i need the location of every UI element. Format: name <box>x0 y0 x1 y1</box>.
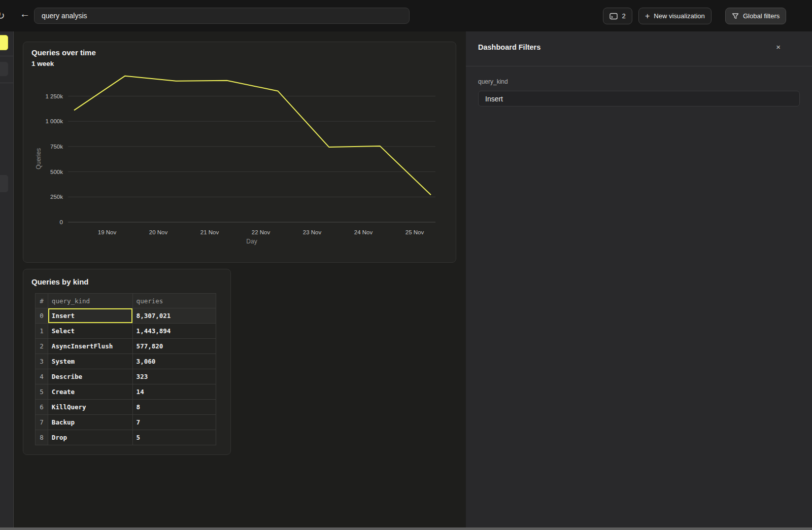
query-kind-cell[interactable]: Drop <box>48 430 132 445</box>
queries-value-cell[interactable]: 8,307,021 <box>132 308 216 324</box>
filter-field-label: query_kind <box>478 78 508 85</box>
chart-subtitle: 1 week <box>31 60 54 67</box>
chart-title: Queries over time <box>31 48 96 57</box>
new-visualization-button[interactable]: + New visualization <box>638 8 712 24</box>
x-tick-label: 23 Nov <box>303 229 322 235</box>
query-kind-cell[interactable]: Create <box>48 384 132 400</box>
queries-value-cell[interactable]: 7 <box>132 415 216 430</box>
table-row[interactable]: 5Create14 <box>36 384 216 400</box>
x-tick-label: 21 Nov <box>200 229 219 235</box>
row-index-cell: 6 <box>36 400 48 415</box>
y-tick-label: 0 <box>60 219 63 225</box>
x-tick-label: 20 Nov <box>149 229 168 235</box>
sidebar-divider <box>0 56 14 56</box>
queries-by-kind-table: #query_kindqueries 0Insert8,307,0211Sele… <box>35 293 216 445</box>
row-index-cell: 8 <box>36 430 48 445</box>
query-tabs-button[interactable]: 2 <box>603 8 632 24</box>
tab-count-label: 2 <box>622 12 625 20</box>
plus-icon: + <box>645 12 650 20</box>
x-tick-label: 19 Nov <box>98 229 117 235</box>
table-row[interactable]: 3System3,060 <box>36 354 216 369</box>
dashboards-sidebar <box>0 31 14 530</box>
bottom-window-edge <box>0 527 812 530</box>
row-index-cell: 5 <box>36 384 48 400</box>
queries-over-time-chart[interactable]: 0250k500k750k1 000k1 250k19 Nov20 Nov21 … <box>23 42 457 263</box>
y-axis-title: Queries <box>35 148 42 169</box>
queries-value-cell[interactable]: 8 <box>132 400 216 415</box>
row-index-cell: 4 <box>36 369 48 384</box>
dashboard-filters-panel: Dashboard Filters × query_kind <box>466 31 812 530</box>
y-tick-label: 250k <box>50 194 63 200</box>
table-header-row: #query_kindqueries <box>36 294 216 308</box>
chart-line[interactable] <box>74 76 431 195</box>
row-index-cell: 7 <box>36 415 48 430</box>
close-icon[interactable]: × <box>776 43 781 51</box>
table-row[interactable]: 4Describe323 <box>36 369 216 384</box>
table-row[interactable]: 6KillQuery8 <box>36 400 216 415</box>
y-tick-label: 1 250k <box>45 93 63 99</box>
sidebar-item[interactable] <box>0 62 8 76</box>
table-row[interactable]: 1Select1,443,894 <box>36 324 216 339</box>
row-index-cell: 0 <box>36 308 48 324</box>
dashboard-title-input[interactable] <box>34 8 410 24</box>
y-tick-label: 750k <box>50 144 63 150</box>
table-row[interactable]: 7Backup7 <box>36 415 216 430</box>
back-arrow-icon[interactable]: ← <box>20 8 30 20</box>
column-header[interactable]: query_kind <box>48 294 132 308</box>
query-kind-cell[interactable]: Select <box>48 324 132 339</box>
row-index-cell: 1 <box>36 324 48 339</box>
column-header[interactable]: # <box>36 294 48 308</box>
queries-value-cell[interactable]: 14 <box>132 384 216 400</box>
sidebar-item[interactable] <box>0 175 8 192</box>
queries-value-cell[interactable]: 577,820 <box>132 339 216 354</box>
y-tick-label: 500k <box>50 169 63 175</box>
top-bar: ↻ ← 2 + New visualization Global filters <box>0 0 812 31</box>
y-tick-label: 1 000k <box>45 118 63 124</box>
query-kind-cell[interactable]: Insert <box>48 308 132 324</box>
filter-funnel-icon <box>732 13 739 20</box>
panel-divider <box>466 66 812 66</box>
sidebar-divider <box>0 83 14 83</box>
table-row[interactable]: 0Insert8,307,021 <box>36 308 216 324</box>
new-visualization-label: New visualization <box>654 12 704 20</box>
x-tick-label: 24 Nov <box>354 229 373 235</box>
history-icon[interactable]: ↻ <box>0 10 5 22</box>
dashboard-canvas: 0250k500k750k1 000k1 250k19 Nov20 Nov21 … <box>14 31 466 530</box>
global-filters-label: Global filters <box>743 12 780 20</box>
panel-title: Dashboard Filters <box>478 43 540 51</box>
column-header[interactable]: queries <box>132 294 216 308</box>
table-title: Queries by kind <box>31 277 89 286</box>
query-kind-cell[interactable]: Backup <box>48 415 132 430</box>
query-kind-cell[interactable]: Describe <box>48 369 132 384</box>
table-row[interactable]: 2AsyncInsertFlush577,820 <box>36 339 216 354</box>
x-axis-title: Day <box>246 238 257 245</box>
queries-value-cell[interactable]: 5 <box>132 430 216 445</box>
console-icon <box>610 13 618 20</box>
queries-by-kind-card: Queries by kind #query_kindqueries 0Inse… <box>23 269 231 455</box>
table-body: 0Insert8,307,0211Select1,443,8942AsyncIn… <box>36 308 216 445</box>
query-kind-cell[interactable]: AsyncInsertFlush <box>48 339 132 354</box>
global-filters-button[interactable]: Global filters <box>725 8 786 24</box>
queries-value-cell[interactable]: 1,443,894 <box>132 324 216 339</box>
x-tick-label: 22 Nov <box>252 229 270 235</box>
table-row[interactable]: 8Drop5 <box>36 430 216 445</box>
row-index-cell: 3 <box>36 354 48 369</box>
query-kind-filter-input[interactable] <box>478 91 800 107</box>
query-kind-cell[interactable]: System <box>48 354 132 369</box>
queries-over-time-card: 0250k500k750k1 000k1 250k19 Nov20 Nov21 … <box>23 42 456 263</box>
queries-value-cell[interactable]: 323 <box>132 369 216 384</box>
sidebar-item-active[interactable] <box>0 35 8 50</box>
queries-value-cell[interactable]: 3,060 <box>132 354 216 369</box>
row-index-cell: 2 <box>36 339 48 354</box>
query-kind-cell[interactable]: KillQuery <box>48 400 132 415</box>
x-tick-label: 25 Nov <box>405 229 424 235</box>
